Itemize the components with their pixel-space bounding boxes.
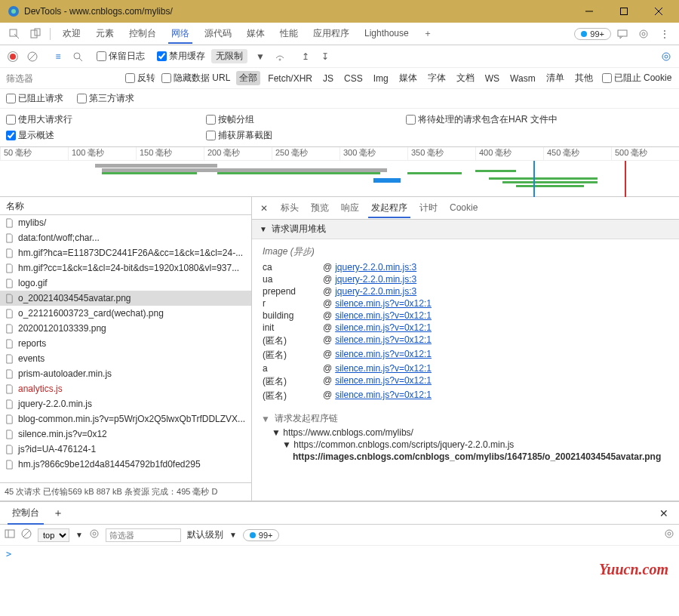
request-row[interactable]: 20200120103339.png: [0, 321, 251, 336]
detail-tab[interactable]: 标头: [275, 198, 305, 217]
filter-type[interactable]: Img: [370, 72, 392, 85]
filter-type[interactable]: WS: [482, 72, 502, 85]
include-har-checkbox[interactable]: 将待处理的请求包含在HAR 文件中: [406, 113, 606, 126]
blocked-cookie-checkbox[interactable]: 已阻止 Cookie: [602, 72, 672, 85]
drawer-tab-console[interactable]: 控制台: [5, 502, 47, 524]
request-row[interactable]: o_221216003723_card(wechat).png: [0, 306, 251, 321]
settings-icon[interactable]: [634, 24, 653, 44]
overview-checkbox[interactable]: 显示概述: [6, 129, 206, 142]
panel-tab[interactable]: 控制台: [121, 23, 164, 43]
chain-item[interactable]: ▼ https://www.cnblogs.com/mylibs/: [261, 427, 670, 439]
filter-type[interactable]: CSS: [341, 72, 366, 85]
request-row[interactable]: blog-common.min.js?v=p5WrjOx2Q5lwxQbTrfD…: [0, 411, 251, 427]
request-row[interactable]: prism-autoloader.min.js: [0, 366, 251, 381]
large-rows-checkbox[interactable]: 使用大请求行: [6, 113, 206, 126]
chain-item[interactable]: ▼ https://common.cnblogs.com/scripts/jqu…: [261, 439, 670, 451]
filter-type[interactable]: 媒体: [396, 71, 420, 85]
stack-frame[interactable]: (匿名)@silence.min.js?v=0x12:1: [263, 374, 668, 389]
issues-badge[interactable]: 99+: [574, 28, 611, 40]
panel-tab[interactable]: 性能: [272, 23, 306, 43]
console-prompt[interactable]: >: [0, 546, 679, 562]
detail-tab[interactable]: 预览: [305, 198, 335, 217]
search-icon[interactable]: [71, 50, 84, 63]
console-settings-icon[interactable]: [664, 528, 674, 541]
console-filter-input[interactable]: [106, 528, 181, 542]
clear-button[interactable]: [26, 50, 39, 63]
filter-type[interactable]: 字体: [425, 71, 449, 85]
stack-frame[interactable]: r@silence.min.js?v=0x12:1: [263, 297, 668, 310]
panel-tab[interactable]: 元素: [88, 23, 121, 43]
device-toggle-icon[interactable]: [26, 24, 45, 44]
stack-frame[interactable]: (匿名)@silence.min.js?v=0x12:1: [263, 389, 668, 403]
throttle-caret-icon[interactable]: ▼: [253, 50, 267, 63]
hide-data-urls-checkbox[interactable]: 隐藏数据 URL: [161, 72, 230, 85]
stack-frame[interactable]: ua@jquery-2.2.0.min.js:3: [263, 273, 668, 285]
drawer-add-tab[interactable]: ＋: [47, 504, 69, 523]
network-conditions-icon[interactable]: [273, 50, 287, 63]
stack-frame[interactable]: (匿名)@silence.min.js?v=0x12:1: [263, 334, 668, 348]
preserve-log-checkbox[interactable]: 保留日志: [97, 50, 145, 63]
request-row[interactable]: analytics.js: [0, 381, 251, 396]
network-settings-icon[interactable]: [659, 50, 673, 63]
filter-type[interactable]: Fetch/XHR: [265, 72, 315, 85]
request-row[interactable]: mylibs/: [0, 215, 251, 230]
stack-frame[interactable]: a@silence.min.js?v=0x12:1: [263, 362, 668, 374]
third-party-checkbox[interactable]: 第三方请求: [77, 92, 134, 105]
console-clear-button[interactable]: [21, 528, 32, 541]
name-column-header[interactable]: 名称: [0, 197, 251, 215]
filter-type[interactable]: 其他: [572, 71, 596, 85]
console-issues-badge[interactable]: 99+: [243, 529, 280, 541]
filter-type[interactable]: JS: [320, 72, 336, 85]
add-tab-button[interactable]: ＋: [418, 24, 438, 44]
stack-frame[interactable]: building@silence.min.js?v=0x12:1: [263, 310, 668, 322]
live-expression-icon[interactable]: [89, 528, 100, 541]
console-sidebar-toggle[interactable]: [5, 528, 15, 541]
more-icon[interactable]: ⋮: [655, 24, 674, 44]
request-row[interactable]: events: [0, 351, 251, 366]
disable-cache-checkbox[interactable]: 禁用缓存: [157, 50, 205, 63]
stack-frame[interactable]: prepend@jquery-2.2.0.min.js:3: [263, 285, 668, 297]
filter-type[interactable]: 清单: [543, 71, 567, 85]
throttle-select[interactable]: 无限制: [211, 49, 247, 63]
request-row[interactable]: hm.js?866c9be12d4a814454792b1fd0fed295: [0, 457, 251, 472]
panel-tab[interactable]: Lighthouse: [357, 23, 416, 43]
request-row[interactable]: data:font/woff;char...: [0, 230, 251, 245]
timeline-overview[interactable]: 50 毫秒100 毫秒150 毫秒200 毫秒250 毫秒300 毫秒350 毫…: [0, 147, 679, 197]
feedback-icon[interactable]: [613, 24, 632, 44]
stack-frame[interactable]: (匿名)@silence.min.js?v=0x12:1: [263, 348, 668, 362]
maximize-button[interactable]: [607, 0, 641, 23]
filter-toggle-icon[interactable]: ≡: [51, 50, 65, 63]
panel-tab[interactable]: 源代码: [197, 23, 239, 43]
record-button[interactable]: [6, 50, 20, 63]
chain-item-current[interactable]: https://images.cnblogs.com/cnblogs_com/m…: [261, 451, 670, 463]
stack-frame[interactable]: init@silence.min.js?v=0x12:1: [263, 322, 668, 334]
request-row[interactable]: reports: [0, 336, 251, 351]
filter-type[interactable]: 全部: [236, 71, 260, 85]
request-row[interactable]: jquery-2.2.0.min.js: [0, 396, 251, 411]
import-har-icon[interactable]: ↥: [299, 50, 312, 63]
filter-type[interactable]: 文档: [453, 71, 478, 85]
request-row[interactable]: hm.gif?hca=E11873DC2441F26A&cc=1&ck=1&cl…: [0, 245, 251, 260]
export-har-icon[interactable]: ↧: [318, 50, 332, 63]
detail-tab[interactable]: 发起程序: [365, 198, 413, 217]
drawer-close-button[interactable]: ✕: [653, 504, 674, 522]
request-row[interactable]: logo.gif: [0, 276, 251, 291]
close-button[interactable]: [641, 0, 676, 23]
panel-tab[interactable]: 欢迎: [55, 23, 88, 43]
call-stack-header[interactable]: ▼请求调用堆栈: [252, 220, 679, 239]
initiator-chain-header[interactable]: ▼请求发起程序链: [261, 411, 670, 427]
close-detail-button[interactable]: ✕: [257, 203, 272, 214]
filter-input[interactable]: [6, 73, 119, 84]
inspect-icon[interactable]: [5, 24, 24, 44]
screenshots-checkbox[interactable]: 捕获屏幕截图: [206, 129, 406, 142]
blocked-requests-checkbox[interactable]: 已阻止请求: [6, 92, 63, 105]
panel-tab[interactable]: 应用程序: [306, 23, 357, 43]
panel-tab[interactable]: 媒体: [239, 23, 272, 43]
request-row[interactable]: silence.min.js?v=0x12: [0, 427, 251, 442]
request-row[interactable]: hm.gif?cc=1&ck=1&cl=24-bit&ds=1920x1080&…: [0, 260, 251, 276]
panel-tab[interactable]: 网络: [164, 23, 197, 43]
context-select[interactable]: top: [38, 528, 69, 542]
minimize-button[interactable]: [572, 0, 607, 23]
requests-list[interactable]: mylibs/data:font/woff;char...hm.gif?hca=…: [0, 215, 251, 482]
detail-tab[interactable]: 响应: [335, 198, 365, 217]
